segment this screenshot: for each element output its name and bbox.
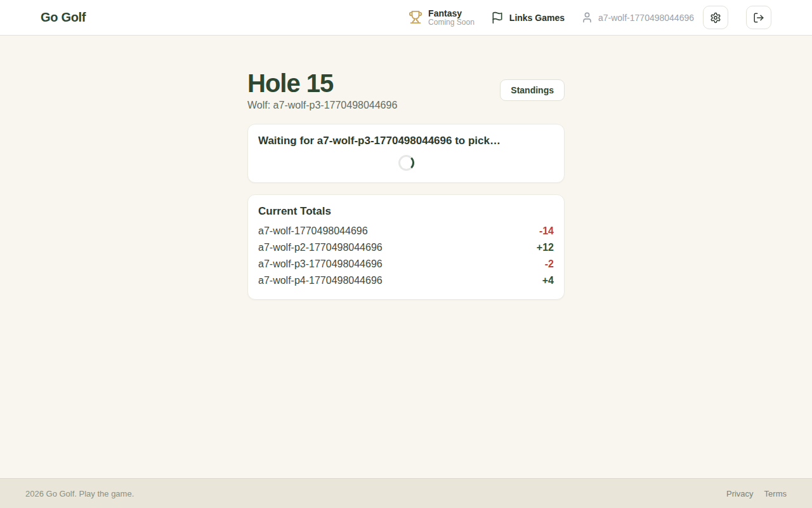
player-score: +12 (537, 239, 554, 256)
player-score: -14 (539, 223, 554, 239)
footer: 2026 Go Golf. Play the game. Privacy Ter… (0, 478, 812, 508)
settings-button[interactable] (703, 6, 728, 29)
player-score: +4 (542, 272, 554, 289)
app-logo[interactable]: Go Golf (41, 10, 86, 25)
nav-item-links-games[interactable]: Links Games (491, 11, 565, 24)
totals-row: a7-wolf-1770498044696 -14 (258, 223, 554, 239)
page-header: Hole 15 Wolf: a7-wolf-p3-1770498044696 S… (247, 69, 565, 111)
main-content: Hole 15 Wolf: a7-wolf-p3-1770498044696 S… (0, 36, 812, 478)
waiting-card: Waiting for a7-wolf-p3-1770498044696 to … (247, 124, 565, 183)
nav-item-fantasy[interactable]: Fantasy Coming Soon (409, 8, 475, 27)
nav-user: a7-wolf-1770498044696 (581, 11, 694, 23)
flag-icon (491, 11, 504, 24)
footer-copyright: 2026 Go Golf. Play the game. (25, 489, 134, 498)
standings-button[interactable]: Standings (500, 79, 565, 101)
player-name: a7-wolf-p3-1770498044696 (258, 256, 383, 272)
nav-right: Fantasy Coming Soon Links Games a7-wolf-… (409, 6, 771, 29)
totals-row: a7-wolf-p4-1770498044696 +4 (258, 272, 554, 289)
links-games-label: Links Games (509, 13, 565, 23)
user-icon (581, 11, 593, 23)
player-name: a7-wolf-p2-1770498044696 (258, 239, 383, 256)
totals-row: a7-wolf-p2-1770498044696 +12 (258, 239, 554, 256)
loading-spinner (398, 155, 414, 171)
fantasy-label: Fantasy (428, 8, 475, 18)
player-name: a7-wolf-1770498044696 (258, 223, 368, 239)
logout-button[interactable] (746, 6, 771, 29)
player-score: -2 (545, 256, 554, 272)
terms-link[interactable]: Terms (764, 489, 787, 498)
current-totals-card: Current Totals a7-wolf-1770498044696 -14… (247, 194, 565, 300)
totals-title: Current Totals (258, 205, 554, 218)
totals-row: a7-wolf-p3-1770498044696 -2 (258, 256, 554, 272)
top-nav: Go Golf Fantasy Coming Soon (0, 0, 812, 36)
privacy-link[interactable]: Privacy (726, 489, 754, 498)
trophy-icon (409, 10, 422, 24)
nav-username: a7-wolf-1770498044696 (598, 13, 694, 23)
waiting-message: Waiting for a7-wolf-p3-1770498044696 to … (258, 135, 554, 147)
player-name: a7-wolf-p4-1770498044696 (258, 272, 383, 289)
gear-icon (710, 12, 721, 23)
page-title: Hole 15 (247, 69, 397, 98)
wolf-subtitle: Wolf: a7-wolf-p3-1770498044696 (247, 100, 397, 111)
fantasy-sublabel: Coming Soon (428, 18, 475, 27)
logout-icon (753, 12, 764, 23)
